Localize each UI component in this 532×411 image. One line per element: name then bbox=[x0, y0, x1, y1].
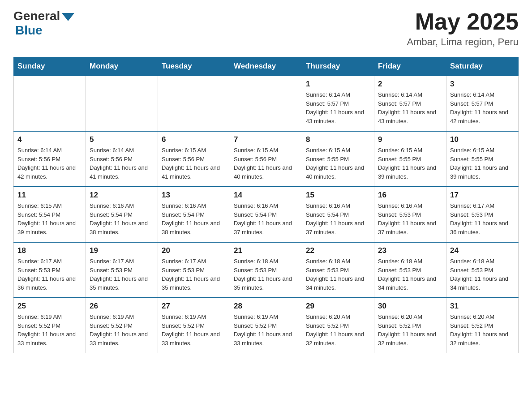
day-number: 24 bbox=[450, 246, 515, 255]
day-number: 5 bbox=[90, 135, 154, 144]
calendar-cell: 30Sunrise: 6:20 AMSunset: 5:52 PMDayligh… bbox=[374, 298, 446, 353]
day-number: 26 bbox=[90, 302, 154, 311]
day-number: 29 bbox=[306, 302, 370, 311]
calendar-day-header: Wednesday bbox=[230, 57, 302, 76]
day-info: Sunrise: 6:16 AMSunset: 5:53 PMDaylight:… bbox=[378, 201, 442, 236]
calendar-cell bbox=[158, 76, 230, 131]
calendar-week-row: 4Sunrise: 6:14 AMSunset: 5:56 PMDaylight… bbox=[14, 131, 519, 187]
day-number: 15 bbox=[306, 191, 370, 200]
calendar-cell: 25Sunrise: 6:19 AMSunset: 5:52 PMDayligh… bbox=[14, 298, 86, 353]
calendar-cell: 17Sunrise: 6:17 AMSunset: 5:53 PMDayligh… bbox=[446, 187, 519, 242]
calendar-cell: 1Sunrise: 6:14 AMSunset: 5:57 PMDaylight… bbox=[302, 76, 374, 131]
day-number: 2 bbox=[378, 80, 442, 89]
day-info: Sunrise: 6:20 AMSunset: 5:52 PMDaylight:… bbox=[450, 313, 515, 347]
day-info: Sunrise: 6:19 AMSunset: 5:52 PMDaylight:… bbox=[90, 313, 154, 347]
calendar-day-header: Thursday bbox=[302, 57, 374, 76]
day-number: 28 bbox=[234, 302, 298, 311]
calendar-cell: 2Sunrise: 6:14 AMSunset: 5:57 PMDaylight… bbox=[374, 76, 446, 131]
location-subtitle: Ambar, Lima region, Peru bbox=[407, 36, 519, 48]
calendar-cell bbox=[14, 76, 86, 131]
day-number: 13 bbox=[162, 191, 226, 200]
day-info: Sunrise: 6:17 AMSunset: 5:53 PMDaylight:… bbox=[17, 257, 82, 292]
day-info: Sunrise: 6:19 AMSunset: 5:52 PMDaylight:… bbox=[234, 313, 298, 347]
day-info: Sunrise: 6:18 AMSunset: 5:53 PMDaylight:… bbox=[234, 257, 298, 292]
day-info: Sunrise: 6:16 AMSunset: 5:54 PMDaylight:… bbox=[306, 201, 370, 236]
day-number: 1 bbox=[306, 80, 370, 89]
day-number: 6 bbox=[162, 135, 226, 144]
calendar-cell: 13Sunrise: 6:16 AMSunset: 5:54 PMDayligh… bbox=[158, 187, 230, 242]
logo-arrow-icon bbox=[62, 13, 74, 21]
calendar-cell: 18Sunrise: 6:17 AMSunset: 5:53 PMDayligh… bbox=[14, 242, 86, 298]
day-info: Sunrise: 6:14 AMSunset: 5:56 PMDaylight:… bbox=[90, 146, 154, 181]
day-number: 4 bbox=[17, 135, 82, 144]
day-number: 16 bbox=[378, 191, 442, 200]
day-info: Sunrise: 6:15 AMSunset: 5:55 PMDaylight:… bbox=[378, 146, 442, 181]
day-info: Sunrise: 6:17 AMSunset: 5:53 PMDaylight:… bbox=[450, 201, 515, 236]
calendar-cell: 3Sunrise: 6:14 AMSunset: 5:57 PMDaylight… bbox=[446, 76, 519, 131]
day-number: 9 bbox=[378, 135, 442, 144]
day-number: 11 bbox=[17, 191, 82, 200]
calendar-cell: 9Sunrise: 6:15 AMSunset: 5:55 PMDaylight… bbox=[374, 131, 446, 187]
day-info: Sunrise: 6:16 AMSunset: 5:54 PMDaylight:… bbox=[234, 201, 298, 236]
day-info: Sunrise: 6:14 AMSunset: 5:57 PMDaylight:… bbox=[450, 90, 515, 125]
day-info: Sunrise: 6:15 AMSunset: 5:56 PMDaylight:… bbox=[234, 146, 298, 181]
calendar-day-header: Monday bbox=[86, 57, 158, 76]
calendar-day-header: Sunday bbox=[14, 57, 86, 76]
calendar-day-header: Friday bbox=[374, 57, 446, 76]
calendar-cell: 19Sunrise: 6:17 AMSunset: 5:53 PMDayligh… bbox=[86, 242, 158, 298]
calendar-cell: 21Sunrise: 6:18 AMSunset: 5:53 PMDayligh… bbox=[230, 242, 302, 298]
title-block: May 2025 Ambar, Lima region, Peru bbox=[407, 9, 519, 48]
calendar-day-header: Tuesday bbox=[158, 57, 230, 76]
day-info: Sunrise: 6:20 AMSunset: 5:52 PMDaylight:… bbox=[306, 313, 370, 347]
day-number: 31 bbox=[450, 302, 515, 311]
day-number: 27 bbox=[162, 302, 226, 311]
day-info: Sunrise: 6:19 AMSunset: 5:52 PMDaylight:… bbox=[17, 313, 82, 347]
day-info: Sunrise: 6:14 AMSunset: 5:56 PMDaylight:… bbox=[17, 146, 82, 181]
calendar-cell: 10Sunrise: 6:15 AMSunset: 5:55 PMDayligh… bbox=[446, 131, 519, 187]
calendar-cell: 8Sunrise: 6:15 AMSunset: 5:55 PMDaylight… bbox=[302, 131, 374, 187]
calendar-cell: 7Sunrise: 6:15 AMSunset: 5:56 PMDaylight… bbox=[230, 131, 302, 187]
day-info: Sunrise: 6:19 AMSunset: 5:52 PMDaylight:… bbox=[162, 313, 226, 347]
calendar-cell: 26Sunrise: 6:19 AMSunset: 5:52 PMDayligh… bbox=[86, 298, 158, 353]
day-number: 3 bbox=[450, 80, 515, 89]
calendar-cell: 5Sunrise: 6:14 AMSunset: 5:56 PMDaylight… bbox=[86, 131, 158, 187]
calendar-table: SundayMondayTuesdayWednesdayThursdayFrid… bbox=[13, 57, 519, 353]
day-info: Sunrise: 6:14 AMSunset: 5:57 PMDaylight:… bbox=[378, 90, 442, 125]
calendar-cell: 23Sunrise: 6:18 AMSunset: 5:53 PMDayligh… bbox=[374, 242, 446, 298]
day-info: Sunrise: 6:16 AMSunset: 5:54 PMDaylight:… bbox=[162, 201, 226, 236]
calendar-cell: 22Sunrise: 6:18 AMSunset: 5:53 PMDayligh… bbox=[302, 242, 374, 298]
calendar-cell: 31Sunrise: 6:20 AMSunset: 5:52 PMDayligh… bbox=[446, 298, 519, 353]
day-number: 23 bbox=[378, 246, 442, 255]
calendar-cell: 29Sunrise: 6:20 AMSunset: 5:52 PMDayligh… bbox=[302, 298, 374, 353]
day-number: 22 bbox=[306, 246, 370, 255]
day-info: Sunrise: 6:16 AMSunset: 5:54 PMDaylight:… bbox=[90, 201, 154, 236]
calendar-cell: 16Sunrise: 6:16 AMSunset: 5:53 PMDayligh… bbox=[374, 187, 446, 242]
calendar-cell: 14Sunrise: 6:16 AMSunset: 5:54 PMDayligh… bbox=[230, 187, 302, 242]
day-info: Sunrise: 6:17 AMSunset: 5:53 PMDaylight:… bbox=[162, 257, 226, 292]
calendar-cell bbox=[230, 76, 302, 131]
day-info: Sunrise: 6:15 AMSunset: 5:54 PMDaylight:… bbox=[17, 201, 82, 236]
day-number: 20 bbox=[162, 246, 226, 255]
day-number: 30 bbox=[378, 302, 442, 311]
calendar-week-row: 18Sunrise: 6:17 AMSunset: 5:53 PMDayligh… bbox=[14, 242, 519, 298]
day-info: Sunrise: 6:14 AMSunset: 5:57 PMDaylight:… bbox=[306, 90, 370, 125]
day-number: 25 bbox=[17, 302, 82, 311]
day-number: 17 bbox=[450, 191, 515, 200]
month-year-title: May 2025 bbox=[407, 9, 519, 34]
day-number: 7 bbox=[234, 135, 298, 144]
day-info: Sunrise: 6:15 AMSunset: 5:55 PMDaylight:… bbox=[450, 146, 515, 181]
day-number: 12 bbox=[90, 191, 154, 200]
calendar-cell: 11Sunrise: 6:15 AMSunset: 5:54 PMDayligh… bbox=[14, 187, 86, 242]
calendar-week-row: 25Sunrise: 6:19 AMSunset: 5:52 PMDayligh… bbox=[14, 298, 519, 353]
day-info: Sunrise: 6:18 AMSunset: 5:53 PMDaylight:… bbox=[450, 257, 515, 292]
day-number: 10 bbox=[450, 135, 515, 144]
calendar-week-row: 1Sunrise: 6:14 AMSunset: 5:57 PMDaylight… bbox=[14, 76, 519, 131]
calendar-cell: 4Sunrise: 6:14 AMSunset: 5:56 PMDaylight… bbox=[14, 131, 86, 187]
calendar-cell: 12Sunrise: 6:16 AMSunset: 5:54 PMDayligh… bbox=[86, 187, 158, 242]
day-info: Sunrise: 6:18 AMSunset: 5:53 PMDaylight:… bbox=[378, 257, 442, 292]
day-number: 8 bbox=[306, 135, 370, 144]
calendar-cell: 28Sunrise: 6:19 AMSunset: 5:52 PMDayligh… bbox=[230, 298, 302, 353]
day-number: 19 bbox=[90, 246, 154, 255]
day-info: Sunrise: 6:17 AMSunset: 5:53 PMDaylight:… bbox=[90, 257, 154, 292]
calendar-day-header: Saturday bbox=[446, 57, 519, 76]
